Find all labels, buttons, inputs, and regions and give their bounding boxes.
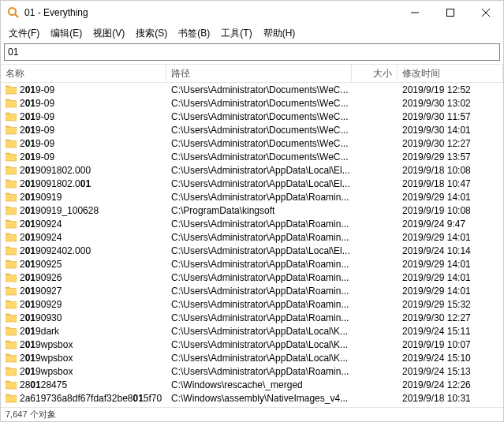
cell-name: 20190924 [1, 217, 166, 230]
results-list[interactable]: 2019-09C:\Users\Administrator\Documents\… [1, 83, 503, 407]
table-row[interactable]: 20190919C:\Users\Administrator\AppData\R… [1, 190, 503, 204]
folder-icon [6, 139, 17, 148]
table-row[interactable]: 20190929C:\Users\Administrator\AppData\R… [1, 297, 503, 311]
table-row[interactable]: 2a619736a8df67fdaf32be8015f70f1eC:\Windo… [1, 391, 503, 405]
cell-path: C:\Users\Administrator\Documents\WeC... [166, 150, 352, 163]
column-headers: 名称 路径 大小 修改时间 [1, 64, 503, 83]
cell-date: 2019/9/24 12:26 [398, 378, 503, 391]
cell-path: C:\Users\Administrator\AppData\Roamin... [166, 284, 352, 297]
table-row[interactable]: 20190926C:\Users\Administrator\AppData\R… [1, 271, 503, 284]
item-name: 2019dark [20, 326, 59, 337]
table-row[interactable]: 2019darkC:\Users\Administrator\AppData\L… [1, 324, 503, 338]
minimize-button[interactable] [397, 1, 432, 24]
folder-icon [6, 246, 17, 256]
statusbar: 7,647 个对象 [1, 407, 503, 421]
folder-icon [6, 380, 17, 390]
folder-icon [6, 192, 17, 202]
table-row[interactable]: 2019092402.000C:\Users\Administrator\App… [1, 244, 503, 257]
cell-date: 2019/9/29 13:57 [398, 150, 503, 163]
table-row[interactable]: 280128475C:\Windows\rescache\_merged2019… [1, 378, 503, 391]
cell-name: 2019092402.000 [1, 244, 166, 257]
cell-path: C:\Users\Administrator\Documents\WeC... [166, 110, 352, 123]
item-name: 20190924 [20, 232, 62, 243]
item-name: 20190924 [20, 218, 62, 230]
cell-name: 280128475 [1, 378, 166, 391]
cell-name: 20190929 [1, 297, 166, 311]
menu-tools[interactable]: 工具(T) [216, 25, 256, 42]
cell-path: C:\Users\Administrator\AppData\Roamin... [166, 297, 352, 311]
cell-path: C:\Users\Administrator\AppData\Local\El.… [166, 163, 352, 177]
table-row[interactable]: 2019-09C:\Users\Administrator\Documents\… [1, 110, 503, 123]
menu-bookmarks[interactable]: 书签(B) [174, 25, 215, 42]
folder-icon [6, 152, 17, 162]
cell-date: 2019/9/19 12:52 [398, 83, 503, 96]
item-name: 2019wpsbox [20, 339, 73, 350]
header-path[interactable]: 路径 [166, 65, 352, 82]
item-name: 20190927 [20, 286, 62, 297]
folder-icon [6, 166, 17, 175]
folder-icon [6, 206, 17, 215]
cell-path: C:\Users\Administrator\AppData\Roamin... [166, 257, 352, 271]
table-row[interactable]: 2019091802.000C:\Users\Administrator\App… [1, 163, 503, 177]
cell-size [352, 244, 398, 257]
cell-size [352, 217, 398, 230]
table-row[interactable]: 20190924C:\Users\Administrator\AppData\R… [1, 230, 503, 244]
header-name[interactable]: 名称 [1, 65, 166, 82]
cell-date: 2019/9/29 14:01 [398, 284, 503, 297]
table-row[interactable]: 2019-09C:\Users\Administrator\Documents\… [1, 123, 503, 136]
table-row[interactable]: 2019wpsboxC:\Users\Administrator\AppData… [1, 338, 503, 351]
cell-name: 20190919 [1, 190, 166, 204]
folder-icon [6, 233, 17, 242]
cell-size [352, 351, 398, 364]
table-row[interactable]: 2019-09C:\Users\Administrator\Documents\… [1, 96, 503, 110]
search-input[interactable] [4, 43, 500, 61]
menu-search[interactable]: 搜索(S) [131, 25, 172, 42]
table-row[interactable]: 2019-09C:\Users\Administrator\Documents\… [1, 136, 503, 150]
maximize-button[interactable] [432, 1, 468, 24]
table-row[interactable]: 20190919_100628C:\ProgramData\kingsoft20… [1, 204, 503, 217]
titlebar: 01 - Everything [1, 1, 503, 24]
cell-path: C:\Users\Administrator\Documents\WeC... [166, 83, 352, 96]
header-date[interactable]: 修改时间 [398, 65, 503, 82]
cell-size [352, 83, 398, 96]
cell-date: 2019/9/29 14:01 [398, 230, 503, 244]
table-row[interactable]: 2019wpsboxC:\Users\Administrator\AppData… [1, 364, 503, 378]
menu-file[interactable]: 文件(F) [4, 25, 44, 42]
cell-date: 2019/9/18 10:08 [398, 163, 503, 177]
cell-path: C:\Users\Administrator\AppData\Roamin... [166, 230, 352, 244]
cell-path: C:\Users\Administrator\AppData\Roamin... [166, 364, 352, 378]
menu-help[interactable]: 帮助(H) [259, 25, 301, 42]
folder-icon [6, 125, 17, 135]
table-row[interactable]: 2019wpsboxC:\Users\Administrator\AppData… [1, 351, 503, 364]
cell-name: 2019-09 [1, 136, 166, 150]
cell-path: C:\Users\Administrator\AppData\Roamin... [166, 311, 352, 324]
cell-size [352, 257, 398, 271]
table-row[interactable]: 20190925C:\Users\Administrator\AppData\R… [1, 257, 503, 271]
table-row[interactable]: 20190930C:\Users\Administrator\AppData\R… [1, 311, 503, 324]
folder-icon [6, 112, 17, 121]
cell-size [352, 177, 398, 190]
cell-date: 2019/9/19 10:08 [398, 204, 503, 217]
menu-view[interactable]: 视图(V) [88, 25, 129, 42]
item-name: 2a619736a8df67fdaf32be8015f70f1e [20, 393, 162, 404]
svg-rect-3 [446, 9, 454, 17]
svg-point-0 [9, 8, 16, 15]
cell-size [352, 391, 398, 405]
header-size[interactable]: 大小 [352, 65, 398, 82]
cell-name: 2019-09 [1, 110, 166, 123]
table-row[interactable]: 2019-09C:\Users\Administrator\Documents\… [1, 83, 503, 96]
cell-size [352, 324, 398, 338]
folder-icon [6, 273, 17, 282]
table-row[interactable]: 20190927C:\Users\Administrator\AppData\R… [1, 284, 503, 297]
cell-size [352, 297, 398, 311]
item-name: 20190919 [20, 192, 62, 203]
table-row[interactable]: 2019-09C:\Users\Administrator\Documents\… [1, 150, 503, 163]
table-row[interactable]: 2019091802.001C:\Users\Administrator\App… [1, 177, 503, 190]
cell-path: C:\Users\Administrator\Documents\WeC... [166, 136, 352, 150]
cell-path: C:\Users\Administrator\AppData\Local\El.… [166, 177, 352, 190]
table-row[interactable]: 20190924C:\Users\Administrator\AppData\R… [1, 217, 503, 230]
menu-edit[interactable]: 编辑(E) [46, 25, 87, 42]
cell-path: C:\Users\Administrator\AppData\Local\K..… [166, 324, 352, 338]
close-button[interactable] [468, 1, 503, 24]
cell-date: 2019/9/24 15:11 [398, 324, 503, 338]
